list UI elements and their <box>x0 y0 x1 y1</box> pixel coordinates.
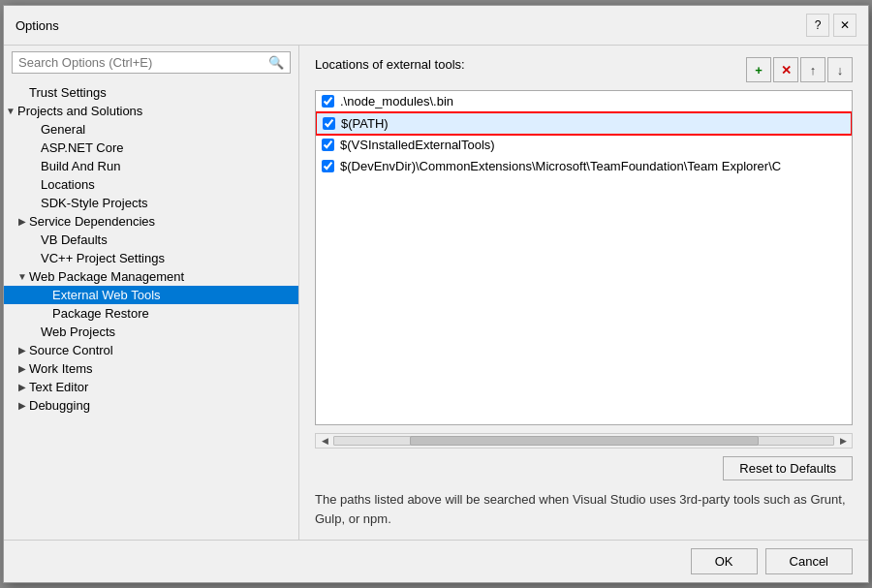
tree-arrow: ▶ <box>16 382 29 392</box>
toolbar-buttons: + ✕ ↑ ↓ <box>746 57 853 82</box>
scroll-thumb[interactable] <box>410 436 759 446</box>
reset-row: Reset to Defaults <box>315 456 853 480</box>
right-title: Locations of external tools: <box>315 57 465 72</box>
tree-item-work-items[interactable]: ▶Work Items <box>4 359 298 378</box>
tree-item-label: External Web Tools <box>52 288 291 302</box>
horizontal-scrollbar[interactable]: ◀ ▶ <box>315 433 853 449</box>
tree-item-trust-settings[interactable]: Trust Settings <box>4 83 298 102</box>
move-up-button[interactable]: ↑ <box>800 57 825 82</box>
tree-item-label: Text Editor <box>29 380 291 394</box>
right-panel: Locations of external tools: + ✕ ↑ ↓ .\n… <box>299 46 868 540</box>
tree-item-build-and-run[interactable]: Build And Run <box>4 157 298 175</box>
tree-item-label: Build And Run <box>41 159 291 173</box>
list-item-checkbox[interactable] <box>323 117 335 130</box>
tree-item-projects-and-solutions[interactable]: ▼Projects and Solutions <box>4 102 298 120</box>
list-item-node-modules[interactable]: .\node_modules\.bin <box>316 91 852 112</box>
tree-item-web-projects[interactable]: Web Projects <box>4 323 298 341</box>
tree-item-web-package-management[interactable]: ▼Web Package Management <box>4 267 298 286</box>
tree-item-label: Web Package Management <box>29 269 291 284</box>
tree-item-locations[interactable]: Locations <box>4 175 298 194</box>
search-icon: 🔍 <box>268 55 284 70</box>
list-item-checkbox[interactable] <box>322 139 334 151</box>
tree-item-general[interactable]: General <box>4 120 298 139</box>
reset-defaults-button[interactable]: Reset to Defaults <box>723 456 853 480</box>
tree-item-text-editor[interactable]: ▶Text Editor <box>4 378 298 396</box>
title-bar-buttons: ? ✕ <box>806 14 856 37</box>
list-item-text: $(DevEnvDir)\CommonExtensions\Microsoft\… <box>340 159 781 173</box>
tree-arrow: ▶ <box>16 345 29 356</box>
ok-button[interactable]: OK <box>691 548 758 574</box>
tree-item-label: Projects and Solutions <box>17 104 291 118</box>
tree-item-package-restore[interactable]: Package Restore <box>4 304 298 323</box>
tree-item-label: SDK-Style Projects <box>41 196 291 210</box>
scroll-track[interactable] <box>333 436 834 446</box>
external-tools-list[interactable]: .\node_modules\.bin$(PATH)$(VSInstalledE… <box>315 90 853 425</box>
search-input[interactable] <box>18 55 268 70</box>
tree-item-label: VB Defaults <box>41 232 291 247</box>
list-item-path[interactable]: $(PATH) <box>316 112 852 135</box>
tree-item-label: Trust Settings <box>29 85 291 100</box>
tree-item-label: Service Dependencies <box>29 214 291 229</box>
cancel-button[interactable]: Cancel <box>765 548 853 574</box>
tree-item-debugging[interactable]: ▶Debugging <box>4 396 298 415</box>
tree-arrow: ▶ <box>16 216 29 227</box>
tree-item-label: Debugging <box>29 398 291 413</box>
list-item-text: $(VSInstalledExternalTools) <box>340 138 495 152</box>
options-tree: Trust Settings▼Projects and SolutionsGen… <box>4 79 298 540</box>
left-panel: 🔍 Trust Settings▼Projects and SolutionsG… <box>4 46 299 540</box>
tree-item-vb-defaults[interactable]: VB Defaults <box>4 231 298 249</box>
tree-item-service-dependencies[interactable]: ▶Service Dependencies <box>4 212 298 231</box>
tree-arrow: ▶ <box>16 363 29 374</box>
tree-item-label: Locations <box>41 177 291 192</box>
tree-item-label: Source Control <box>29 343 291 357</box>
remove-button[interactable]: ✕ <box>773 57 798 82</box>
list-item-checkbox[interactable] <box>322 95 334 108</box>
list-item-dev-env-dir[interactable]: $(DevEnvDir)\CommonExtensions\Microsoft\… <box>316 156 852 177</box>
tree-item-label: ASP.NET Core <box>41 140 291 155</box>
dialog-title: Options <box>16 18 59 33</box>
scroll-left-arrow[interactable]: ◀ <box>318 434 331 448</box>
list-item-vs-installed[interactable]: $(VSInstalledExternalTools) <box>316 135 852 156</box>
tree-item-label: General <box>41 122 291 137</box>
tree-item-label: Work Items <box>29 361 291 376</box>
tree-item-sdk-style-projects[interactable]: SDK-Style Projects <box>4 194 298 212</box>
help-button[interactable]: ? <box>806 14 829 37</box>
dialog-content: 🔍 Trust Settings▼Projects and SolutionsG… <box>4 46 868 540</box>
add-button[interactable]: + <box>746 57 771 82</box>
tree-item-external-web-tools[interactable]: External Web Tools <box>4 286 298 304</box>
right-header: Locations of external tools: + ✕ ↑ ↓ <box>315 57 853 82</box>
list-item-checkbox[interactable] <box>322 160 334 172</box>
close-button[interactable]: ✕ <box>833 14 856 37</box>
tree-arrow: ▶ <box>16 400 29 411</box>
move-down-button[interactable]: ↓ <box>827 57 853 82</box>
tree-arrow: ▼ <box>16 271 29 282</box>
description-text: The paths listed above will be searched … <box>315 490 853 528</box>
scroll-right-arrow[interactable]: ▶ <box>836 434 850 448</box>
tree-item-asp-net-core[interactable]: ASP.NET Core <box>4 139 298 157</box>
list-item-text: $(PATH) <box>341 116 389 131</box>
options-dialog: Options ? ✕ 🔍 Trust Settings▼Projects an… <box>3 5 869 583</box>
tree-item-label: VC++ Project Settings <box>41 251 291 265</box>
tree-item-vc-project-settings[interactable]: VC++ Project Settings <box>4 249 298 267</box>
tree-item-source-control[interactable]: ▶Source Control <box>4 341 298 359</box>
dialog-footer: OK Cancel <box>4 540 868 582</box>
tree-item-label: Package Restore <box>52 306 291 321</box>
search-box[interactable]: 🔍 <box>12 51 291 74</box>
title-bar: Options ? ✕ <box>4 6 868 46</box>
list-item-text: .\node_modules\.bin <box>340 94 453 108</box>
tree-arrow: ▼ <box>4 106 17 116</box>
tree-item-label: Web Projects <box>41 325 291 339</box>
